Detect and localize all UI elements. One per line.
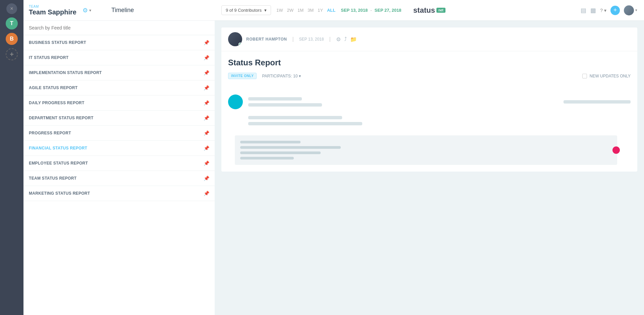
status-logo-text: status	[413, 6, 435, 15]
feed-item[interactable]: MARKETING STATUS REPORT 📌	[23, 186, 215, 201]
timeline-label: Timeline	[111, 7, 134, 14]
loading-line-title	[248, 103, 322, 107]
comment-line-2	[240, 146, 341, 149]
pin-icon: 📌	[204, 191, 209, 196]
new-updates-checkbox[interactable]: NEW UPDATES ONLY	[582, 74, 631, 78]
net-badge: net	[436, 8, 445, 13]
report-date: SEP 13, 2018	[299, 37, 324, 42]
sidebar-header: TEAM Team Sapphire ⚙ ▾ Timeline	[23, 0, 215, 21]
pin-icon: 📌	[204, 161, 209, 166]
feed-item-name: IT STATUS REPORT	[29, 55, 68, 60]
loading-lines-1	[248, 97, 558, 107]
report-author-name: ROBERT HAMPTON	[246, 37, 287, 42]
avatar-t[interactable]: T	[6, 17, 18, 29]
feed-item[interactable]: BUSINESS STATUS REPORT 📌	[23, 35, 215, 50]
topbar-left: 9 of 9 Contributors ▾ 1W2W1M3M1YALL SEP …	[221, 5, 401, 15]
topbar: 9 of 9 Contributors ▾ 1W2W1M3M1YALL SEP …	[215, 0, 644, 21]
comment-line-3	[240, 151, 321, 154]
content-area: ROBERT HAMPTON | SEP 13, 2018 | ⚙ ⤴ 📁 St…	[215, 21, 644, 315]
date-start: SEP 13, 2018	[341, 8, 368, 13]
comment-block	[235, 135, 617, 165]
feed-item[interactable]: PROGRESS REPORT 📌	[23, 126, 215, 141]
help-chevron-icon: ▾	[604, 8, 606, 13]
loading-line-name	[248, 97, 302, 101]
comment-section	[228, 135, 631, 165]
participants-chevron-icon: ▾	[299, 74, 301, 78]
report-title: Status Report	[228, 58, 631, 67]
feed-item-name: MARKETING STATUS REPORT	[29, 191, 90, 196]
time-filters: 1W2W1M3M1YALL	[276, 8, 335, 13]
feed-item[interactable]: AGILE STATUS REPORT 📌	[23, 80, 215, 96]
feed-item[interactable]: TEAM STATUS REPORT 📌	[23, 171, 215, 186]
report-header: ROBERT HAMPTON | SEP 13, 2018 | ⚙ ⤴ 📁	[221, 27, 637, 51]
loading-avatar	[228, 94, 243, 109]
settings-icon[interactable]: ⚙	[336, 36, 341, 43]
pin-icon: 📌	[204, 145, 209, 151]
print-icon[interactable]: ▩	[590, 7, 596, 14]
loading-row-1	[228, 94, 631, 109]
time-filter-1m[interactable]: 1M	[298, 8, 304, 13]
pin-icon: 📌	[204, 100, 209, 106]
pin-icon: 📌	[204, 115, 209, 121]
add-button[interactable]: +	[610, 6, 620, 15]
time-filter-3m[interactable]: 3M	[308, 8, 314, 13]
pin-icon: 📌	[204, 176, 209, 181]
pin-icon: 📌	[204, 130, 209, 136]
pin-icon: 📌	[204, 40, 209, 45]
feed-item[interactable]: IT STATUS REPORT 📌	[23, 50, 215, 65]
comment-lines	[240, 141, 612, 160]
search-container	[23, 21, 215, 35]
contributors-label: 9 of 9 Contributors	[226, 8, 262, 13]
feed-item-name: IMPLEMENTATION STATUS REPORT	[29, 70, 102, 75]
user-avatar	[624, 5, 634, 15]
close-button[interactable]: ×	[6, 3, 17, 14]
time-filter-2w[interactable]: 2W	[287, 8, 293, 13]
feed-item-name: EMPLOYEE STATUS REPORT	[29, 161, 88, 166]
badge-left: INVITE ONLY PARTICIPANTS: 10 ▾	[228, 73, 301, 79]
help-icon: ?	[600, 8, 603, 13]
report-badges: INVITE ONLY PARTICIPANTS: 10 ▾ NEW UPDAT…	[228, 73, 631, 79]
settings-icon[interactable]: ⚙	[83, 7, 88, 14]
team-chevron-icon[interactable]: ▾	[89, 8, 91, 13]
feed-item[interactable]: DEPARTMENT STATUS REPORT 📌	[23, 111, 215, 126]
participants-label[interactable]: PARTICIPANTS: 10 ▾	[262, 74, 301, 78]
pin-icon: 📌	[204, 70, 209, 75]
report-body: Status Report INVITE ONLY PARTICIPANTS: …	[221, 51, 637, 88]
pin-icon: 📌	[204, 85, 209, 90]
icon-bar: × T B +	[0, 0, 23, 315]
avatar-b[interactable]: B	[6, 33, 18, 45]
sidebar: TEAM Team Sapphire ⚙ ▾ Timeline BUSINESS…	[23, 0, 215, 315]
loading-sub-2	[248, 122, 362, 125]
feed-item[interactable]: FINANCIAL STATUS REPORT 📌	[23, 141, 215, 156]
team-label: TEAM	[29, 5, 76, 8]
time-filter-1y[interactable]: 1Y	[318, 8, 323, 13]
separator-1: |	[292, 36, 293, 42]
contributors-dropdown[interactable]: 9 of 9 Contributors ▾	[221, 5, 271, 15]
feed-item[interactable]: EMPLOYEE STATUS REPORT 📌	[23, 156, 215, 171]
search-input[interactable]	[29, 25, 209, 30]
feed-item[interactable]: DAILY PROGRESS REPORT 📌	[23, 96, 215, 111]
team-name: Team Sapphire	[29, 8, 76, 16]
pin-icon: 📌	[204, 55, 209, 60]
report-author-avatar	[228, 32, 242, 46]
user-menu[interactable]: ▾	[624, 5, 637, 15]
user-chevron-icon: ▾	[635, 8, 637, 12]
share-icon[interactable]: ⤴	[344, 36, 347, 43]
logo-container: status net	[413, 6, 445, 15]
help-button[interactable]: ? ▾	[600, 8, 606, 13]
feed-item-name: FINANCIAL STATUS REPORT	[29, 146, 87, 150]
feed-item-name: DAILY PROGRESS REPORT	[29, 101, 85, 105]
separator-2: |	[329, 36, 330, 42]
time-filter-1w[interactable]: 1W	[276, 8, 283, 13]
document-icon[interactable]: ▤	[581, 7, 586, 14]
report-actions: ⚙ ⤴ 📁	[336, 36, 357, 43]
feed-item[interactable]: IMPLEMENTATION STATUS REPORT 📌	[23, 65, 215, 80]
time-filter-all[interactable]: ALL	[327, 8, 335, 13]
report-card: ROBERT HAMPTON | SEP 13, 2018 | ⚙ ⤴ 📁 St…	[221, 27, 637, 172]
add-team-button[interactable]: +	[6, 48, 18, 60]
comment-line-1	[240, 141, 301, 143]
loading-sub-lines	[248, 116, 631, 125]
loading-content	[221, 88, 637, 132]
folder-icon[interactable]: 📁	[350, 36, 357, 43]
feed-item-name: AGILE STATUS REPORT	[29, 85, 77, 90]
